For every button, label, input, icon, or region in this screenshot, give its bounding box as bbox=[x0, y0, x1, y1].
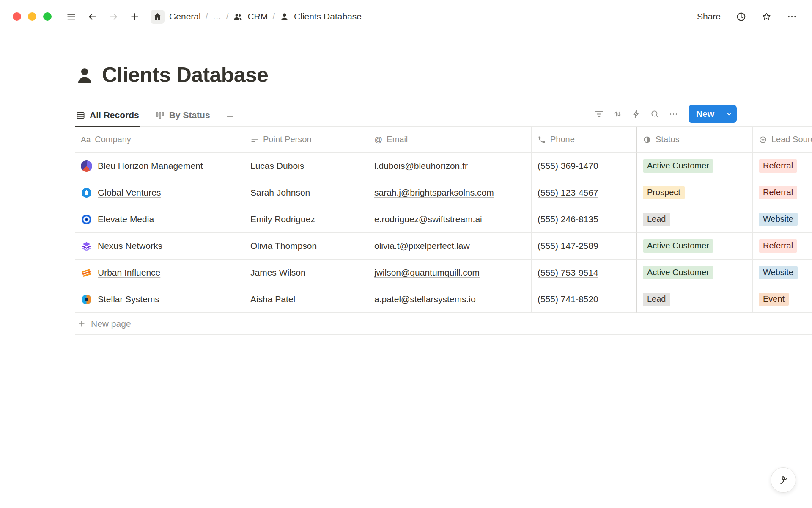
column-label: Email bbox=[387, 135, 408, 144]
phone-cell[interactable]: (555) 369-1470 bbox=[532, 153, 636, 179]
email-link[interactable]: l.dubois@bleuhorizon.fr bbox=[374, 161, 468, 171]
company-link[interactable]: Global Ventures bbox=[98, 188, 161, 198]
search-icon[interactable] bbox=[647, 106, 663, 122]
share-button[interactable]: Share bbox=[694, 10, 723, 23]
email-cell[interactable]: sarah.j@brightsparksolns.com bbox=[368, 179, 532, 206]
status-cell[interactable]: Lead bbox=[636, 206, 753, 233]
sidebar-toggle-icon[interactable] bbox=[63, 9, 79, 24]
phone-link[interactable]: (555) 147-2589 bbox=[538, 241, 598, 251]
home-icon[interactable] bbox=[151, 10, 165, 24]
lead-source-cell[interactable]: Referral bbox=[753, 179, 812, 206]
email-link[interactable]: sarah.j@brightsparksolns.com bbox=[374, 188, 494, 198]
company-link[interactable]: Elevate Media bbox=[98, 214, 154, 224]
email-link[interactable]: a.patel@stellarsystems.io bbox=[374, 294, 476, 304]
email-cell[interactable]: l.dubois@bleuhorizon.fr bbox=[368, 153, 532, 179]
email-link[interactable]: jwilson@quantumquill.com bbox=[374, 268, 480, 278]
table-row[interactable]: Elevate Media Emily Rodriguez e.rodrigue… bbox=[75, 206, 812, 233]
filter-icon[interactable] bbox=[591, 106, 607, 122]
status-cell[interactable]: Active Customer bbox=[636, 260, 753, 286]
tab-all-records[interactable]: All Records bbox=[75, 107, 140, 126]
point-person-cell[interactable]: James Wilson bbox=[244, 260, 368, 286]
email-cell[interactable]: jwilson@quantumquill.com bbox=[368, 260, 532, 286]
new-tab-icon[interactable] bbox=[127, 9, 142, 24]
lead-source-cell[interactable]: Website bbox=[753, 260, 812, 286]
status-cell[interactable]: Active Customer bbox=[636, 153, 753, 179]
status-cell[interactable]: Active Customer bbox=[636, 233, 753, 260]
lead-source-cell[interactable]: Referral bbox=[753, 153, 812, 179]
table-row[interactable]: Stellar Systems Aisha Patel a.patel@stel… bbox=[75, 286, 812, 313]
phone-cell[interactable]: (555) 123-4567 bbox=[532, 179, 636, 206]
history-clock-icon[interactable] bbox=[733, 9, 749, 24]
breadcrumb-item-general[interactable]: General bbox=[169, 11, 201, 22]
point-person-cell[interactable]: Emily Rodriguez bbox=[244, 206, 368, 233]
phone-link[interactable]: (555) 246-8135 bbox=[538, 214, 598, 224]
ai-assistant-button[interactable] bbox=[771, 467, 796, 493]
point-person-cell[interactable]: Lucas Dubois bbox=[244, 153, 368, 179]
column-header-email[interactable]: @ Email bbox=[368, 127, 532, 153]
minimize-window-button[interactable] bbox=[28, 12, 36, 21]
lead-source-cell[interactable]: Website bbox=[753, 206, 812, 233]
lead-source-cell[interactable]: Event bbox=[753, 286, 812, 313]
phone-cell[interactable]: (555) 741-8520 bbox=[532, 286, 636, 313]
company-link[interactable]: Bleu Horizon Management bbox=[98, 161, 203, 171]
phone-cell[interactable]: (555) 753-9514 bbox=[532, 260, 636, 286]
email-cell[interactable]: e.rodriguez@swiftstream.ai bbox=[368, 206, 532, 233]
email-link[interactable]: olivia.t@pixelperfect.law bbox=[374, 241, 470, 251]
company-link[interactable]: Stellar Systems bbox=[98, 294, 159, 304]
company-cell[interactable]: Stellar Systems bbox=[75, 286, 244, 313]
new-record-button[interactable]: New bbox=[689, 105, 737, 123]
company-cell[interactable]: Global Ventures bbox=[75, 179, 244, 206]
favorite-star-icon[interactable] bbox=[759, 9, 774, 24]
phone-link[interactable]: (555) 369-1470 bbox=[538, 161, 598, 171]
status-cell[interactable]: Lead bbox=[636, 286, 753, 313]
close-window-button[interactable] bbox=[13, 12, 21, 21]
email-link[interactable]: e.rodriguez@swiftstream.ai bbox=[374, 214, 482, 224]
new-page-button[interactable]: New page bbox=[75, 313, 812, 335]
new-record-dropdown[interactable] bbox=[721, 105, 737, 123]
company-link[interactable]: Nexus Networks bbox=[98, 241, 162, 251]
new-record-button-label[interactable]: New bbox=[689, 105, 721, 123]
breadcrumb-item-ellipsis[interactable]: … bbox=[213, 11, 222, 22]
page-title[interactable]: Clients Database bbox=[102, 64, 268, 87]
company-cell[interactable]: Urban Influence bbox=[75, 260, 244, 286]
phone-link[interactable]: (555) 123-4567 bbox=[538, 188, 598, 198]
back-icon[interactable] bbox=[85, 9, 100, 24]
point-person-cell[interactable]: Olivia Thompson bbox=[244, 233, 368, 260]
email-cell[interactable]: a.patel@stellarsystems.io bbox=[368, 286, 532, 313]
column-header-lead-source[interactable]: Lead Source bbox=[753, 127, 812, 153]
add-view-icon[interactable] bbox=[225, 112, 235, 126]
view-more-icon[interactable] bbox=[666, 106, 682, 122]
column-header-point-person[interactable]: Point Person bbox=[244, 127, 368, 153]
sort-icon[interactable] bbox=[610, 106, 626, 122]
company-cell[interactable]: Bleu Horizon Management bbox=[75, 153, 244, 179]
phone-cell[interactable]: (555) 246-8135 bbox=[532, 206, 636, 233]
phone-link[interactable]: (555) 753-9514 bbox=[538, 268, 598, 278]
bolt-icon[interactable] bbox=[628, 106, 645, 122]
table-row[interactable]: Urban Influence James Wilson jwilson@qua… bbox=[75, 260, 812, 286]
company-cell[interactable]: Nexus Networks bbox=[75, 233, 244, 260]
table-row[interactable]: Global Ventures Sarah Johnson sarah.j@br… bbox=[75, 179, 812, 206]
select-icon bbox=[759, 135, 767, 144]
column-header-phone[interactable]: Phone bbox=[532, 127, 636, 153]
breadcrumb-item-crm[interactable]: CRM bbox=[247, 11, 268, 22]
zoom-window-button[interactable] bbox=[43, 12, 52, 21]
table-row[interactable]: Nexus Networks Olivia Thompson olivia.t@… bbox=[75, 233, 812, 260]
phone-link[interactable]: (555) 741-8520 bbox=[538, 294, 598, 304]
tab-by-status[interactable]: By Status bbox=[154, 107, 211, 126]
column-header-status[interactable]: Status bbox=[636, 127, 753, 153]
email-cell[interactable]: olivia.t@pixelperfect.law bbox=[368, 233, 532, 260]
column-header-company[interactable]: Aa Company bbox=[75, 127, 244, 153]
point-person-cell[interactable]: Sarah Johnson bbox=[244, 179, 368, 206]
people-icon bbox=[233, 12, 243, 22]
phone-cell[interactable]: (555) 147-2589 bbox=[532, 233, 636, 260]
more-options-icon[interactable] bbox=[784, 9, 799, 24]
point-person-cell[interactable]: Aisha Patel bbox=[244, 286, 368, 313]
status-cell[interactable]: Prospect bbox=[636, 179, 753, 206]
lead-source-cell[interactable]: Referral bbox=[753, 233, 812, 260]
company-link[interactable]: Urban Influence bbox=[98, 268, 160, 278]
forward-icon[interactable] bbox=[106, 9, 121, 24]
company-cell[interactable]: Elevate Media bbox=[75, 206, 244, 233]
breadcrumb-item-clients-database[interactable]: Clients Database bbox=[294, 11, 362, 22]
page-icon-person[interactable] bbox=[75, 66, 94, 85]
table-row[interactable]: Bleu Horizon Management Lucas Dubois l.d… bbox=[75, 153, 812, 179]
